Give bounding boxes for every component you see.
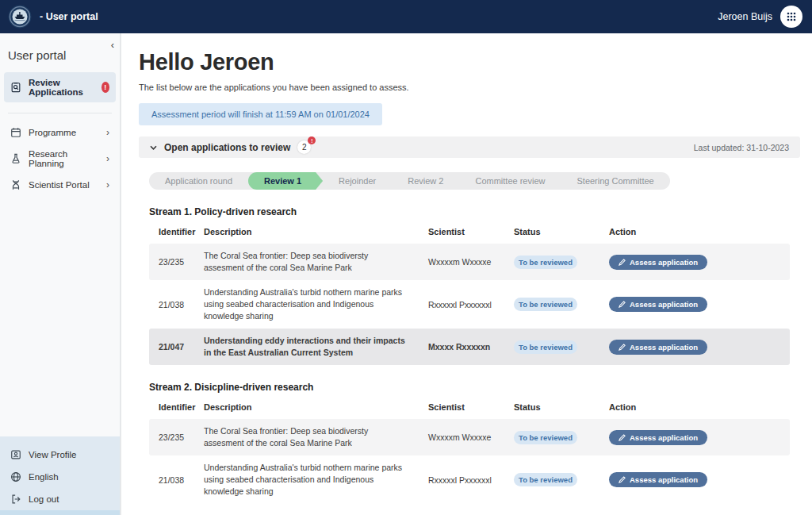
pencil-icon [619, 259, 626, 266]
section-title: Open applications to review [164, 142, 290, 153]
topbar: - User portal Jeroen Buijs [0, 0, 812, 33]
assess-application-button[interactable]: Assess application [609, 430, 707, 445]
logout-icon [10, 494, 21, 505]
button-label: Assess application [630, 300, 698, 309]
sidebar-item-scientist-portal[interactable]: Scientist Portal › [4, 174, 116, 196]
alert-dot-icon: ! [308, 136, 316, 144]
cell-identifier: 23/235 [159, 257, 204, 267]
sidebar-item-label: Scientist Portal [29, 180, 90, 190]
count-value: 2 [302, 143, 307, 152]
assess-application-button[interactable]: Assess application [609, 255, 707, 270]
assess-application-button[interactable]: Assess application [609, 472, 707, 487]
cell-description: Understanding Australia's turbid nothern… [204, 280, 428, 329]
sidebar-divider [8, 113, 112, 113]
pencil-icon [619, 434, 626, 441]
calendar-icon [10, 127, 21, 138]
assess-application-button[interactable]: Assess application [609, 340, 707, 355]
table-header-row: Identifier Description Scientist Status … [149, 227, 790, 244]
cell-scientist: Wxxxxm Wxxxxe [428, 432, 514, 442]
status-badge: To be reviewed [514, 340, 577, 354]
pencil-icon [619, 301, 626, 308]
cell-scientist: Rxxxxxl Pxxxxxxl [428, 475, 514, 485]
table-row: 21/038 Understanding Australia's turbid … [149, 455, 790, 504]
table-row: 23/235 The Coral Sea frontier: Deep sea … [149, 244, 790, 280]
cell-description: The Coral Sea frontier: Deep sea biodive… [204, 419, 428, 455]
sidebar-title: User portal [8, 48, 120, 62]
column-header-status: Status [514, 227, 609, 236]
sidebar-item-logout[interactable]: Log out [4, 488, 116, 510]
page-title: Hello Jeroen [139, 49, 800, 75]
sidebar-item-review-applications[interactable]: Review Applications ! [4, 72, 116, 102]
review-stage-tabs: Application round Review 1 Rejoinder Rev… [149, 172, 670, 190]
column-header-action: Action [609, 227, 790, 236]
column-header-scientist: Scientist [428, 227, 514, 236]
last-updated-label: Last updated: 31-10-2023 [694, 143, 789, 152]
globe-icon [10, 471, 21, 482]
tab-committee-review[interactable]: Committee review [459, 172, 561, 190]
sidebar-item-label: Log out [29, 494, 59, 504]
apps-grid-button[interactable] [780, 6, 802, 28]
sidebar-item-research-planning[interactable]: Research Planning › [4, 144, 116, 174]
column-header-identifier: Identifier [159, 227, 204, 236]
chevron-right-icon: › [106, 154, 109, 163]
tab-review-2[interactable]: Review 2 [392, 172, 459, 190]
button-label: Assess application [630, 475, 698, 484]
clipboard-search-icon [10, 82, 21, 93]
assess-application-button[interactable]: Assess application [609, 297, 707, 312]
cell-scientist: Mxxxx Rxxxxxn [428, 342, 514, 352]
tab-application-round[interactable]: Application round [149, 172, 248, 190]
sidebar: ‹ User portal Review Applications ! [0, 33, 121, 515]
cell-description: Understanding eddy interactions and thei… [204, 329, 428, 365]
table-header-row: Identifier Description Scientist Status … [149, 402, 790, 419]
chevron-right-icon: › [106, 128, 109, 137]
sidebar-collapse-button[interactable]: ‹ [108, 38, 117, 52]
organisation-logo-icon[interactable] [8, 5, 32, 29]
column-header-action: Action [609, 402, 790, 412]
cell-scientist: Rxxxxxl Pxxxxxxl [428, 300, 514, 309]
app-title: - User portal [40, 11, 98, 22]
sidebar-item-view-profile[interactable]: View Profile [4, 444, 116, 466]
flask-icon [10, 153, 21, 164]
column-header-identifier: Identifier [159, 402, 204, 412]
column-header-status: Status [514, 402, 609, 412]
table-row: 23/235 The Coral Sea frontier: Deep sea … [149, 419, 790, 455]
button-label: Assess application [630, 343, 698, 352]
id-card-icon [10, 449, 21, 460]
button-label: Assess application [630, 433, 698, 442]
main-content: Hello Jeroen The list below are the appl… [121, 33, 812, 515]
tab-rejoinder[interactable]: Rejoinder [323, 172, 392, 190]
alert-badge: ! [102, 82, 109, 93]
button-label: Assess application [630, 258, 698, 267]
column-header-description: Description [204, 227, 428, 236]
grid-dots-icon [786, 11, 797, 22]
cell-identifier: 21/047 [159, 342, 204, 352]
chevron-down-icon [150, 145, 157, 150]
user-name: Jeroen Buijs [718, 11, 772, 22]
cell-identifier: 21/038 [159, 300, 204, 309]
column-header-scientist: Scientist [428, 402, 514, 412]
page-subtitle: The list below are the applications you … [139, 83, 800, 92]
sidebar-item-programme[interactable]: Programme › [4, 121, 116, 144]
cell-description: Understanding Australia's turbid nothern… [204, 455, 428, 504]
open-applications-section-header[interactable]: Open applications to review 2 ! Last upd… [139, 136, 800, 158]
tab-review-1[interactable]: Review 1 [248, 172, 323, 190]
sidebar-item-label: Programme [29, 128, 76, 137]
sidebar-bottom-strip [0, 510, 120, 515]
status-badge: To be reviewed [514, 256, 577, 269]
sidebar-item-label: Research Planning [29, 149, 99, 168]
cell-description: The Coral Sea frontier: Deep sea biodive… [204, 244, 428, 280]
stream-1-title: Stream 1. Policy-driven research [149, 206, 790, 217]
assessment-period-banner: Assessment period will finish at 11:59 A… [139, 103, 382, 125]
cell-scientist: Wxxxxm Wxxxxe [428, 257, 514, 267]
sidebar-item-label: Review Applications [29, 78, 94, 97]
status-badge: To be reviewed [514, 431, 577, 444]
table-row: 21/038 Understanding Australia's turbid … [149, 280, 790, 329]
chevron-right-icon: › [106, 180, 109, 190]
sidebar-item-language[interactable]: English [4, 466, 116, 488]
open-count-badge: 2 ! [297, 140, 311, 154]
tab-steering-committee[interactable]: Steering Committee [561, 172, 669, 190]
sidebar-item-label: View Profile [29, 450, 77, 459]
sidebar-item-label: English [29, 472, 59, 482]
status-badge: To be reviewed [514, 473, 577, 486]
column-header-description: Description [204, 402, 428, 412]
